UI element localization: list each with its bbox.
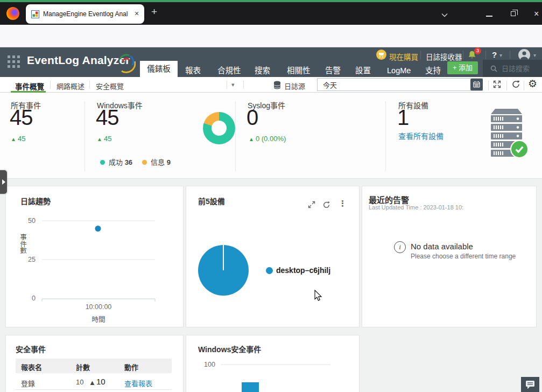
- windows-events-value: 45: [96, 106, 119, 130]
- up-arrow-icon: ▲: [97, 136, 102, 142]
- separator: [50, 81, 51, 89]
- separator: [485, 51, 486, 59]
- nav-tab-logme[interactable]: LogMe: [387, 64, 411, 77]
- check-icon: [511, 141, 527, 157]
- widget-refresh-icon[interactable]: [322, 201, 330, 209]
- log-trend-point: [95, 226, 101, 232]
- view-all-devices-link[interactable]: 查看所有設備: [398, 130, 444, 141]
- windows-security-widget: Windows安全事件 100: [186, 335, 360, 392]
- log-search-box[interactable]: [483, 60, 542, 77]
- nav-tab-search[interactable]: 搜索: [255, 64, 270, 77]
- legend-success-label: 成功: [109, 158, 123, 166]
- all-events-delta: ▲45: [11, 135, 25, 143]
- log-search-input[interactable]: [502, 65, 539, 73]
- subtab-network-overview[interactable]: 網路概述: [57, 81, 85, 91]
- new-tab-button[interactable]: +: [151, 6, 157, 18]
- legend-success-count: 36: [125, 158, 132, 166]
- date-range-input[interactable]: [317, 78, 483, 91]
- expand-fullscreen-icon[interactable]: [492, 80, 502, 89]
- top-devices-pie: [193, 240, 257, 304]
- window-close-button[interactable]: ×: [534, 9, 539, 19]
- left-panel-toggle[interactable]: [0, 170, 7, 194]
- restore-button[interactable]: [511, 11, 516, 16]
- legend-info-label: 信息: [151, 158, 165, 166]
- list-tabs-chevron-icon[interactable]: [441, 13, 448, 17]
- windows-security-chart: [186, 335, 360, 392]
- top-devices-title: 前5設備: [198, 195, 225, 206]
- all-events-value: 45: [10, 106, 33, 130]
- last-updated-time: Last Updated Time : 2023-01-18 10:: [369, 204, 463, 211]
- up-arrow-icon: ▲: [249, 136, 254, 142]
- legend-dot-icon: [100, 160, 105, 165]
- tab-close-icon[interactable]: ×: [132, 9, 141, 18]
- row-delta: 10: [96, 377, 105, 386]
- separator: [506, 81, 507, 90]
- nav-tab-reports[interactable]: 報表: [185, 64, 201, 77]
- view-report-link[interactable]: 查看報表: [124, 378, 152, 388]
- screen: ManageEngine Eventlog Anal × + × ← → des: [0, 0, 542, 392]
- stats-band: 所有事件 45 ▲45 Windows事件 45 ▲45 成功 36 信息 9 …: [0, 93, 542, 179]
- cart-icon[interactable]: [376, 50, 386, 60]
- user-caret-icon[interactable]: ▾: [533, 52, 536, 58]
- up-arrow-icon: ▲: [11, 136, 16, 142]
- subtab-event-overview[interactable]: 事件概覽: [15, 81, 44, 92]
- nav-tab-dashboard[interactable]: 儀錶板: [140, 61, 178, 77]
- separator: [420, 51, 421, 59]
- mouse-cursor: [314, 290, 322, 302]
- bar-login: [242, 382, 259, 392]
- legend-dot-icon: [142, 160, 147, 165]
- firefox-icon[interactable]: [6, 7, 19, 20]
- nav-tab-compliance[interactable]: 合規性: [217, 64, 241, 77]
- divider: [85, 101, 85, 171]
- chat-support-button[interactable]: [521, 377, 539, 392]
- log-trend-widget: 日誌趨勢 事件數 50 25 0 10:00:00 時間: [5, 186, 184, 327]
- legend-info-count: 9: [167, 158, 171, 166]
- calendar-icon: [473, 81, 480, 88]
- top-devices-legend-label: desktop–c6jhilj: [276, 266, 330, 275]
- help-button[interactable]: ?: [492, 50, 497, 59]
- nav-tab-correlation[interactable]: 相關性: [287, 64, 311, 77]
- donut-legend-info: 信息 9: [142, 157, 171, 167]
- add-button[interactable]: + 添加: [447, 61, 478, 74]
- info-icon: i: [394, 241, 406, 253]
- syslog-events-delta: ▲0 (0.00%): [249, 135, 286, 143]
- log-source-label[interactable]: 日誌源: [284, 81, 305, 91]
- widget-expand-icon[interactable]: [308, 201, 315, 208]
- tab-title: ManageEngine Eventlog Anal: [43, 10, 129, 18]
- gear-icon[interactable]: ⚙: [528, 78, 537, 90]
- windows-events-delta: ▲45: [97, 135, 111, 143]
- recent-alerts-title: 最近的告警: [369, 194, 409, 205]
- refresh-icon[interactable]: [511, 80, 520, 89]
- nav-tab-settings[interactable]: 設置: [355, 64, 371, 77]
- donut-legend-success: 成功 36: [100, 157, 132, 167]
- user-avatar[interactable]: [518, 49, 530, 61]
- nav-tab-alerts[interactable]: 告警: [325, 64, 341, 77]
- browser-toolbar: ← → desktop-c6jhilj:8400/event/index2.do…: [0, 25, 542, 47]
- log-receiver-link[interactable]: 日誌接收器: [426, 51, 462, 62]
- apps-waffle-icon[interactable]: [8, 55, 20, 68]
- no-data-subtitle: Please choose a different time range: [411, 253, 516, 260]
- nav-tab-support[interactable]: 支持: [425, 64, 441, 77]
- browser-titlebar: ManageEngine Eventlog Anal × + ×: [0, 2, 542, 25]
- app-header: EventLog Analyzer 現在購買 日誌接收器 3 ? ▾ ▾ 儀錶板: [0, 47, 542, 77]
- col-count: 計數: [76, 362, 90, 372]
- minimize-button[interactable]: [486, 16, 492, 17]
- calendar-button[interactable]: [470, 79, 483, 90]
- buy-now-link[interactable]: 現在購買: [389, 51, 418, 62]
- help-caret-icon[interactable]: ▾: [499, 52, 502, 58]
- windows-events-donut: [203, 112, 235, 144]
- app-logo[interactable]: EventLog Analyzer: [27, 54, 130, 67]
- notification-badge: 3: [474, 47, 481, 54]
- windows-events-delta-value: 45: [104, 135, 111, 143]
- col-report-name: 報表名: [21, 362, 42, 372]
- row-divider: [16, 389, 172, 390]
- more-tabs-caret-icon[interactable]: ▾: [231, 81, 235, 88]
- logo-swoosh-icon: [117, 51, 136, 73]
- search-icon: [490, 65, 497, 72]
- browser-tab[interactable]: ManageEngine Eventlog Anal ×: [26, 4, 144, 24]
- row-count: 10: [76, 378, 83, 386]
- separator: [243, 81, 244, 89]
- subtab-security-overview[interactable]: 安全概覽: [96, 81, 124, 91]
- separator: [463, 51, 463, 59]
- widget-kebab-menu-icon[interactable]: ⋮: [339, 199, 347, 208]
